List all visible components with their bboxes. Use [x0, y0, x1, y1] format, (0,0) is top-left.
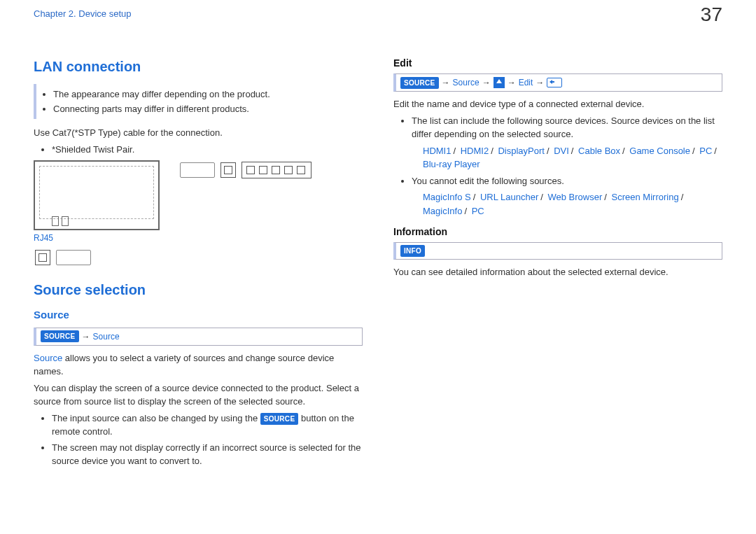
source-item: MagicInfo	[423, 206, 462, 216]
enter-icon	[547, 78, 562, 87]
lan-note-item: Connecting parts may differ in different…	[53, 102, 357, 116]
noneditable-sources-list: MagicInfo S/ URL Launcher/ Web Browser/ …	[423, 190, 722, 218]
inline-source-label: Source	[34, 353, 62, 363]
arrow-right-icon: →	[482, 76, 491, 89]
source-selection-heading: Source selection	[34, 279, 363, 300]
source-item: DisplayPort	[498, 146, 544, 156]
stp-note: *Shielded Twist Pair.	[52, 143, 363, 157]
source-path-box: SOURCE → Source	[34, 328, 363, 346]
source-paragraph-1-rest: allows you to select a variety of source…	[34, 353, 334, 377]
cable-instruction: Use Cat7(*STP Type) cable for the connec…	[34, 126, 363, 140]
source-item: Screen Mirroring	[612, 192, 679, 202]
source-item: URL Launcher	[480, 192, 538, 202]
page-number: 37	[701, 0, 722, 29]
source-badge: SOURCE	[400, 77, 439, 89]
ethernet-port-icon	[220, 162, 236, 178]
source-item: HDMI2	[461, 146, 489, 156]
source-item: Cable Box	[578, 146, 620, 156]
network-hub-icon	[241, 162, 312, 178]
source-item: Web Browser	[548, 192, 603, 202]
edit-intro: Edit the name and device type of a conne…	[393, 97, 722, 111]
arrow-right-icon: →	[536, 76, 544, 89]
arrow-right-icon: →	[442, 76, 450, 89]
lan-note-box: The appearance may differ depending on t…	[34, 84, 363, 119]
source-item: PC	[699, 146, 712, 156]
source-item: MagicInfo S	[423, 192, 471, 202]
edit-bullet: The list can include the following sourc…	[412, 114, 722, 171]
page-header: Chapter 2. Device setup 37	[34, 7, 722, 28]
source-bullet1-pre: The input source can also be changed by …	[52, 413, 260, 423]
cable-connector-icon	[180, 162, 215, 178]
source-item: Game Console	[629, 146, 690, 156]
info-badge: INFO	[400, 245, 425, 257]
source-badge: SOURCE	[41, 330, 79, 342]
edit-bullet: You cannot edit the following sources. M…	[412, 174, 722, 218]
arrow-right-icon: →	[507, 76, 516, 89]
edit-path-box: SOURCE → Source → → Edit →	[393, 73, 722, 92]
info-text: You can see detailed information about t…	[393, 265, 722, 279]
arrow-right-icon: →	[82, 330, 90, 343]
source-badge-inline: SOURCE	[260, 413, 299, 425]
up-arrow-icon	[493, 77, 505, 88]
source-subheading: Source	[34, 307, 363, 323]
info-path-box: INFO	[393, 242, 722, 260]
right-column: Edit SOURCE → Source → → Edit → Edit the…	[393, 56, 722, 471]
chapter-label: Chapter 2. Device setup	[34, 8, 131, 19]
left-column: LAN connection The appearance may differ…	[34, 56, 363, 471]
cable-connector-icon	[56, 250, 91, 265]
source-bullet: The input source can also be changed by …	[52, 412, 363, 439]
two-column-layout: LAN connection The appearance may differ…	[34, 56, 722, 471]
edit-bullet-text: You cannot edit the following sources.	[412, 176, 564, 186]
path-source-text: Source	[453, 76, 479, 89]
source-item: HDMI1	[423, 146, 451, 156]
path-source-text: Source	[93, 330, 120, 343]
source-item: DVI	[554, 146, 569, 156]
edit-heading: Edit	[393, 56, 722, 71]
rj45-label: RJ45	[34, 232, 363, 244]
edit-bullet-text: The list can include the following sourc…	[412, 115, 715, 140]
source-item: PC	[472, 206, 484, 216]
information-heading: Information	[393, 225, 722, 239]
path-edit-text: Edit	[519, 76, 533, 89]
source-paragraph-2: You can display the screen of a source d…	[34, 381, 363, 409]
ethernet-port-icon	[35, 250, 50, 265]
source-item: Blu-ray Player	[423, 159, 480, 169]
lan-note-item: The appearance may differ depending on t…	[53, 87, 357, 101]
display-back-icon	[34, 160, 160, 230]
lan-connection-heading: LAN connection	[34, 56, 363, 77]
lan-diagram: RJ45	[34, 160, 363, 267]
editable-sources-list: HDMI1/ HDMI2/ DisplayPort/ DVI/ Cable Bo…	[423, 144, 722, 171]
source-bullet: The screen may not display correctly if …	[52, 441, 363, 468]
source-paragraph-1: Source allows you to select a variety of…	[34, 351, 363, 379]
